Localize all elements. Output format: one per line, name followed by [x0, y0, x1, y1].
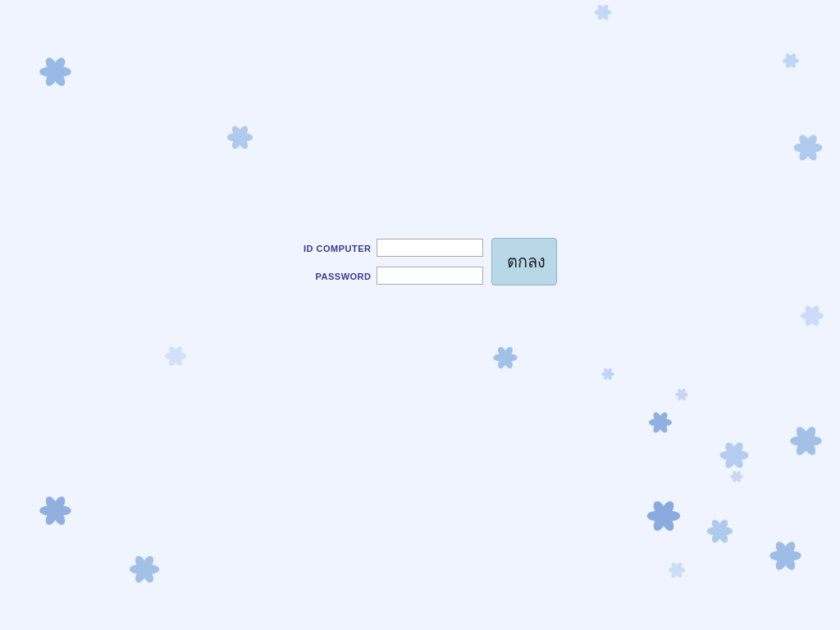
svg-point-90 [50, 505, 62, 517]
svg-point-48 [501, 354, 510, 363]
svg-point-69 [656, 418, 664, 427]
svg-point-97 [139, 564, 150, 575]
svg-point-118 [780, 550, 792, 562]
password-input[interactable] [377, 267, 483, 285]
svg-point-41 [171, 352, 180, 360]
svg-point-55 [605, 372, 610, 377]
svg-point-6 [50, 66, 62, 78]
svg-point-111 [715, 527, 724, 536]
svg-point-20 [235, 133, 244, 142]
login-form: ID COMPUTER ตกลง PASSWORD [304, 238, 557, 285]
svg-point-132 [679, 392, 684, 397]
submit-button[interactable]: ตกลง [491, 238, 557, 285]
svg-point-34 [803, 143, 814, 153]
svg-point-139 [734, 474, 739, 479]
svg-point-27 [788, 58, 794, 64]
svg-point-125 [673, 567, 680, 573]
id-computer-label: ID COMPUTER [304, 244, 372, 253]
svg-point-13 [600, 9, 606, 16]
svg-point-83 [801, 436, 812, 447]
svg-point-62 [808, 312, 816, 320]
id-computer-input[interactable] [377, 239, 483, 257]
svg-point-104 [658, 510, 670, 523]
svg-point-76 [729, 450, 740, 461]
password-label: PASSWORD [316, 272, 372, 281]
